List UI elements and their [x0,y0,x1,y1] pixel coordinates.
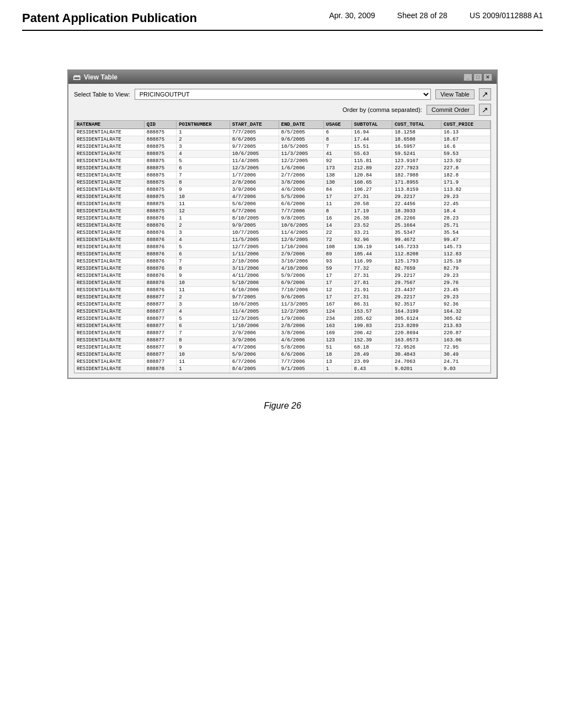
table-cell: 17 [323,272,351,280]
table-cell: 123.92 [441,158,491,165]
table-cell: 7 [177,330,230,337]
close-button[interactable]: ✕ [483,73,492,81]
table-cell: 3/8/2006 [279,330,323,337]
table-cell: RESIDENTIALRATE [74,215,144,222]
table-row: RESIDENTIALRATE888875115/6/20066/6/20061… [74,201,491,208]
minimize-button[interactable]: _ [463,73,472,81]
table-cell: 7 [323,143,351,151]
table-cell: 82.79 [441,265,491,272]
table-cell: 5 [177,244,230,251]
table-row: RESIDENTIALRATE88887539/7/200510/5/20057… [74,143,491,151]
table-cell: 6 [177,251,230,258]
table-cell: 888876 [144,272,176,280]
table-cell: 1/11/2006 [230,251,279,258]
table-cell: 10/6/2005 [279,222,323,229]
table-cell: 13 [323,358,351,366]
table-cell: 12/3/2005 [230,315,279,323]
table-row: RESIDENTIALRATE88887629/9/200510/6/20051… [74,222,491,229]
table-cell: 77.32 [351,265,392,272]
commit-order-icon-button[interactable]: ↗ [479,104,491,116]
table-cell: RESIDENTIALRATE [74,272,144,280]
table-cell: 3 [177,229,230,237]
table-cell: RESIDENTIALRATE [74,358,144,366]
table-cell: 3 [177,143,230,151]
select-table-label: Select Table to View: [74,91,130,98]
commit-order-button[interactable]: Commit Order [427,105,475,115]
table-cell: 4/11/2006 [230,272,279,280]
table-cell: 10 [177,194,230,201]
table-cell: 199.83 [351,323,392,330]
table-cell: 3/8/2006 [279,179,323,186]
table-cell: 2/10/2006 [230,258,279,265]
table-cell: 25.1664 [392,222,441,229]
table-cell: 1 [323,366,351,373]
table-cell: 12/7/2005 [230,244,279,251]
table-cell: 11 [323,201,351,208]
table-cell: 888875 [144,158,176,165]
view-table-button[interactable]: View Table [435,89,475,99]
toolbar-row-1: Select Table to View: PRICINGOUTPUT View… [74,88,491,100]
table-cell: 220.87 [441,330,491,337]
table-cell: RESIDENTIALRATE [74,294,144,301]
table-cell: 59.5241 [392,151,441,158]
table-cell: 17 [323,194,351,201]
table-cell: 89 [323,251,351,258]
table-cell: 212.89 [351,165,392,172]
table-cell: 888875 [144,165,176,172]
table-cell: 29.2217 [392,194,441,201]
table-cell: 6/10/2006 [230,287,279,294]
table-row: RESIDENTIALRATE88887571/7/20062/7/200613… [74,172,491,179]
table-row: RESIDENTIALRATE888875126/7/20067/7/20068… [74,208,491,215]
table-cell: 17.19 [351,208,392,215]
table-cell: 173 [323,165,351,172]
table-cell: 169 [323,330,351,337]
table-cell: RESIDENTIALRATE [74,222,144,229]
table-cell: 55.63 [351,151,392,158]
table-cell: 72 [323,237,351,244]
titlebar-buttons[interactable]: _ □ ✕ [463,73,492,81]
table-cell: RESIDENTIALRATE [74,323,144,330]
table-cell: RESIDENTIALRATE [74,172,144,179]
table-cell: 23.52 [351,222,392,229]
table-row: RESIDENTIALRATE88887772/9/20063/8/200616… [74,330,491,337]
header-meta: Apr. 30, 2009 Sheet 28 of 28 US 2009/011… [329,11,543,20]
table-cell: 7 [177,258,230,265]
table-row: RESIDENTIALRATE888875410/6/200511/3/2005… [74,151,491,158]
table-cell: 5/10/2006 [230,280,279,287]
figure-caption: Figure 26 [264,401,301,411]
view-table-icon-button[interactable]: ↗ [479,88,491,100]
table-cell: 888876 [144,244,176,251]
table-cell: 99.47 [441,237,491,244]
header-date: Apr. 30, 2009 [329,11,375,20]
table-cell: 1 [177,366,230,373]
table-cell: 30.49 [441,351,491,358]
table-cell: 4 [177,308,230,315]
window-title: View Table [84,73,118,81]
table-cell: 29.7567 [392,280,441,287]
col-cust-price: CUST_PRICE [441,121,491,129]
table-cell: 120.84 [351,172,392,179]
table-cell: 8 [177,265,230,272]
table-cell: 84 [323,186,351,194]
restore-button[interactable]: □ [473,73,482,81]
table-cell: 1/7/2006 [230,172,279,179]
table-row: RESIDENTIALRATE888875104/7/20065/5/20061… [74,194,491,201]
table-cell: 5 [177,158,230,165]
table-cell: 4/6/2006 [279,337,323,344]
table-cell: 10 [177,280,230,287]
table-cell: 112.83 [441,251,491,258]
header-patent: US 2009/0112888 A1 [470,11,543,20]
table-cell: 6/9/2006 [279,280,323,287]
data-table-container: RATENAME QID POINTNUMBER START_DATE END_… [74,120,491,373]
table-cell: 59.53 [441,151,491,158]
table-cell: 888877 [144,358,176,366]
table-select[interactable]: PRICINGOUTPUT [135,89,431,100]
table-cell: 6/7/2006 [230,358,279,366]
table-row: RESIDENTIALRATE888876116/10/20067/10/200… [74,287,491,294]
page-header: Patent Application Publication Apr. 30, … [22,11,543,31]
table-row: RESIDENTIALRATE888877105/9/20066/6/20061… [74,351,491,358]
table-cell: 160.65 [351,179,392,186]
table-cell: 888876 [144,280,176,287]
table-cell: 29.23 [441,272,491,280]
table-cell: 167 [323,301,351,308]
